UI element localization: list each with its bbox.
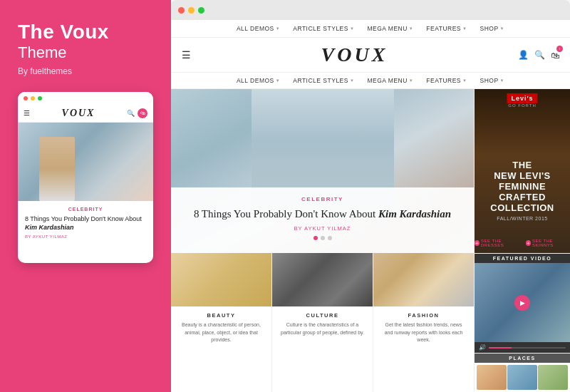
beauty-thumbnail (171, 253, 271, 306)
site-header: ☰ VOUX 👤 🔍 🛍 1 (171, 38, 570, 73)
mobile-hamburger-icon: ☰ (24, 109, 30, 117)
browser-content: ALL DEMOS ▼ ARTICLE STYLES ▼ MEGA MENU ▼… (171, 20, 570, 392)
beauty-info: BEAUTY Beauty is a characteristic of per… (171, 306, 271, 350)
ad-headline: THENEW LEVI'SFEMININECRAFTEDCOLLECTION (475, 160, 570, 214)
ad-link-skinnys[interactable]: + SEE THE SKINNYS (526, 239, 570, 247)
nav-all-demos-sec[interactable]: ALL DEMOS ▼ (237, 77, 280, 84)
nav-arrow-icon: ▼ (462, 78, 467, 83)
play-button[interactable]: ▶ (514, 295, 530, 311)
right-sidebar: Levi's GO FORTH THENEW LEVI'SFEMININECRA… (474, 89, 570, 392)
nav-arrow-icon: ▼ (409, 26, 413, 31)
nav-arrow-icon: ▼ (350, 78, 354, 83)
ad-banner[interactable]: Levi's GO FORTH THENEW LEVI'SFEMININECRA… (475, 89, 570, 253)
ad-links: + SEE THE DRESSES + SEE THE SKINNYS (475, 239, 570, 247)
ad-text-block: THENEW LEVI'SFEMININECRAFTEDCOLLECTION F… (475, 160, 570, 221)
user-icon[interactable]: 👤 (518, 50, 529, 61)
nav-article-styles-sec[interactable]: ARTICLE STYLES ▼ (293, 77, 354, 84)
volume-icon[interactable]: 🔊 (479, 344, 486, 351)
nav-features-top[interactable]: FEATURES ▼ (426, 25, 467, 32)
hero-slider[interactable]: CELEBRITY 8 Things You Probably Don't Kn… (171, 89, 474, 253)
hero-dot-3[interactable] (328, 236, 332, 240)
site-nav-top[interactable]: ALL DEMOS ▼ ARTICLE STYLES ▼ MEGA MENU ▼… (171, 20, 570, 38)
place-thumb-2[interactable] (507, 365, 537, 390)
places-grid (475, 363, 570, 392)
article-card-fashion[interactable]: FASHION Get the latest fashion trends, n… (373, 253, 474, 392)
cart-icon: 🛍 (551, 51, 559, 61)
article-grid: BEAUTY Beauty is a characteristic of per… (171, 253, 474, 392)
place-thumb-1[interactable] (477, 365, 507, 390)
center-content: CELEBRITY 8 Things You Probably Don't Kn… (171, 89, 474, 392)
mobile-article-content: CELEBRITY 8 Things You Probably Don't Kn… (18, 201, 153, 244)
mobile-dot-red (24, 96, 28, 100)
place-thumb-3[interactable] (538, 365, 568, 390)
cart-icon-wrapper[interactable]: 🛍 1 (551, 48, 559, 61)
browser-dot-green (198, 7, 204, 14)
site-main: CELEBRITY 8 Things You Probably Don't Kn… (171, 89, 570, 392)
fashion-thumbnail (373, 253, 474, 306)
nav-shop-top[interactable]: SHOP ▼ (480, 25, 504, 32)
nav-arrow-icon: ▼ (462, 26, 467, 31)
places-section: PLACES (475, 353, 570, 392)
mobile-hero-image (18, 123, 153, 201)
video-thumbnail[interactable]: ▶ (475, 263, 570, 342)
nav-arrow-icon: ▼ (276, 26, 280, 31)
nav-arrow-icon: ▼ (276, 78, 280, 83)
nav-article-styles-top[interactable]: ARTICLE STYLES ▼ (293, 25, 354, 32)
search-icon[interactable]: 🔍 (534, 50, 545, 61)
video-feature: FEATURED VIDEO ▶ 🔊 (475, 253, 570, 353)
site-nav-secondary[interactable]: ALL DEMOS ▼ ARTICLE STYLES ▼ MEGA MENU ▼… (171, 73, 570, 89)
mobile-dot-yellow (31, 96, 35, 100)
progress-bar[interactable] (489, 347, 566, 349)
article-card-culture[interactable]: CULTURE Culture is the characteristics o… (272, 253, 373, 392)
browser-dot-red (178, 7, 185, 14)
mobile-titlebar (18, 92, 153, 105)
ad-link-dresses[interactable]: + SEE THE DRESSES (475, 239, 520, 247)
cart-badge: 1 (556, 46, 563, 52)
nav-arrow-icon: ▼ (350, 26, 354, 31)
hero-dot-2[interactable] (321, 236, 325, 240)
mobile-logo: VOUX (62, 108, 95, 119)
browser-panel: ALL DEMOS ▼ ARTICLE STYLES ▼ MEGA MENU ▼… (171, 0, 570, 392)
mobile-search-icon: 🔍 (127, 110, 135, 117)
ad-plus-icon: + (526, 240, 531, 246)
culture-info: CULTURE Culture is the characteristics o… (272, 306, 373, 342)
hero-overlay: CELEBRITY 8 Things You Probably Don't Kn… (171, 187, 474, 253)
hamburger-icon[interactable]: ☰ (182, 49, 191, 61)
nav-mega-menu-sec[interactable]: MEGA MENU ▼ (367, 77, 413, 84)
video-progress-bar: 🔊 (475, 342, 570, 353)
left-panel: The Voux Theme By fuelthemes ☰ VOUX 🔍 🛍 … (0, 0, 171, 392)
nav-shop-sec[interactable]: SHOP ▼ (480, 77, 504, 84)
hero-title: 8 Things You Probably Don't Know About K… (185, 207, 460, 222)
mobile-person-figure (39, 137, 75, 201)
article-card-beauty[interactable]: BEAUTY Beauty is a characteristic of per… (171, 253, 272, 392)
fashion-info: FASHION Get the latest fashion trends, n… (373, 306, 474, 350)
hero-dots (185, 236, 460, 240)
culture-thumbnail (272, 253, 373, 306)
ad-plus-icon: + (475, 240, 480, 246)
mobile-header: ☰ VOUX 🔍 🛍 (18, 105, 153, 123)
hero-dot-1[interactable] (314, 236, 318, 240)
browser-titlebar (171, 0, 570, 20)
nav-arrow-icon: ▼ (500, 26, 504, 31)
header-icons: 👤 🔍 🛍 1 (518, 48, 559, 61)
browser-dot-yellow (188, 7, 195, 14)
progress-fill (489, 347, 512, 349)
nav-features-sec[interactable]: FEATURES ▼ (426, 77, 467, 84)
mobile-article-title: 8 Things You Probably Don't Know About K… (25, 215, 146, 232)
nav-arrow-icon: ▼ (500, 78, 504, 83)
nav-all-demos-top[interactable]: ALL DEMOS ▼ (237, 25, 280, 32)
nav-mega-menu-top[interactable]: MEGA MENU ▼ (367, 25, 413, 32)
mobile-dot-green (38, 96, 42, 100)
brand-name: The Voux Theme By fuelthemes (18, 21, 153, 76)
mobile-header-icons: 🔍 🛍 (127, 108, 147, 118)
site-logo: VOUX (191, 43, 518, 66)
mobile-mockup: ☰ VOUX 🔍 🛍 CELEBRITY 8 Things You Probab… (18, 92, 153, 263)
nav-arrow-icon: ▼ (409, 78, 413, 83)
mobile-cart-icon: 🛍 (138, 108, 147, 118)
